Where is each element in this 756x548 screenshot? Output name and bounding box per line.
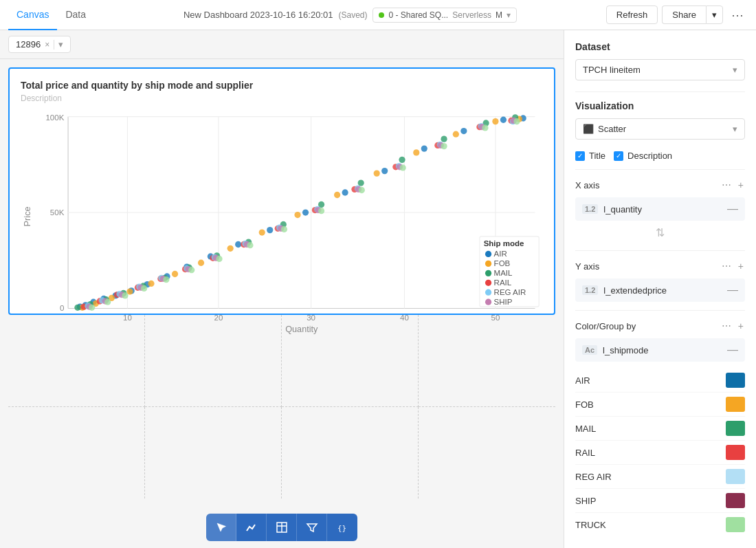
scatter-icon: ⬛ [583,124,594,134]
select-tool-button[interactable] [206,514,236,541]
description-label: Description [627,151,672,161]
title-desc-row: Title Description [575,151,745,161]
visualization-value: Scatter [598,124,733,134]
cluster-size: M [496,10,502,20]
svg-point-123 [281,226,287,232]
description-checkbox[interactable] [614,151,623,161]
svg-point-44 [198,260,204,266]
svg-point-52 [492,118,498,124]
cluster-status-dot [379,12,384,18]
svg-point-125 [359,187,365,193]
svg-point-129 [513,118,520,124]
dataset-select[interactable]: TPCH lineitem ▾ [575,59,745,80]
svg-text:20: 20 [214,314,223,322]
saved-badge: (Saved) [338,10,367,20]
cursor-icon [215,521,227,534]
cluster-expand-icon[interactable]: ▾ [507,10,511,20]
svg-text:0: 0 [60,304,64,312]
dataset-value: TPCH lineitem [583,65,641,75]
svg-point-118 [141,285,147,292]
share-dropdown-button[interactable]: ▾ [706,6,723,24]
y-axis-more-button[interactable]: ⋯ [720,259,733,273]
svg-point-115 [89,305,95,311]
grid-cell [282,407,419,499]
y-axis-section: Y axis ⋯ + 1.2 l_extendedprice — [575,259,745,302]
x-axis-more-button[interactable]: ⋯ [720,178,733,192]
svg-text:40: 40 [400,314,409,322]
app-header: Canvas Data New Dashboard 2023-10-16 16:… [0,0,756,30]
dataset-expand-icon: ▾ [733,65,737,75]
filter-clear-icon[interactable]: × [45,40,49,50]
tab-data[interactable]: Data [57,0,94,30]
svg-point-126 [400,164,406,171]
grid-cell [8,407,145,499]
y-axis-field[interactable]: 1.2 l_extendedprice — [575,278,745,302]
bottom-toolbar: {} [0,507,564,548]
chart-card[interactable]: Total price and quantity by ship mode an… [8,67,555,315]
color-field-remove-icon[interactable]: — [727,344,738,356]
visualization-select[interactable]: ⬛ Scatter ▾ [575,118,745,140]
color-add-button[interactable]: + [737,319,745,333]
svg-point-42 [148,281,154,287]
color-swatch-ship[interactable] [726,493,745,508]
color-label-rail: RAIL [575,448,595,458]
color-field[interactable]: Ac l_shipmode — [575,338,745,362]
y-field-remove-icon[interactable]: — [727,284,738,296]
refresh-button[interactable]: Refresh [606,6,658,24]
chart-icon [245,521,258,534]
y-axis-actions: ⋯ + [720,259,745,273]
title-checkbox[interactable] [575,151,585,161]
color-field-name: l_shipmode [603,345,722,355]
x-field-remove-icon[interactable]: — [727,203,738,215]
filter-expand-icon[interactable]: ▾ [58,39,63,50]
tab-canvas[interactable]: Canvas [8,0,57,30]
more-options-button[interactable]: ⋯ [727,5,748,25]
description-checkbox-item[interactable]: Description [614,151,672,161]
svg-point-29 [235,241,241,248]
color-swatch-rail[interactable] [726,445,745,460]
chart-tool-button[interactable] [236,514,267,541]
x-drag-handle[interactable]: ⇅ [575,223,745,242]
svg-point-43 [172,271,178,277]
x-axis-header: X axis ⋯ + [575,178,745,192]
color-swatch-truck[interactable] [726,517,745,532]
dataset-section: Dataset TPCH lineitem ▾ [575,41,745,80]
svg-point-31 [302,209,309,215]
filter-tag[interactable]: 12896 × ▾ [8,36,71,53]
color-field-type: Ac [582,345,597,355]
svg-text:10: 10 [123,314,132,322]
svg-point-49 [374,170,380,176]
svg-point-140 [485,289,491,296]
svg-point-47 [294,212,300,218]
svg-point-128 [482,124,488,131]
svg-point-51 [453,131,459,138]
cluster-info[interactable]: 0 - Shared SQ... Serverless M ▾ [373,8,516,23]
share-button[interactable]: Share [662,6,706,24]
cluster-name: 0 - Shared SQ... [388,10,448,20]
code-tool-button[interactable]: {} [327,514,357,541]
svg-text:RAIL: RAIL [494,278,512,287]
svg-point-34 [421,145,427,151]
table-icon [276,521,288,534]
x-axis-field[interactable]: 1.2 l_quantity — [575,197,745,221]
svg-point-119 [163,276,169,283]
color-swatch-reg-air[interactable] [726,469,745,484]
svg-text:AIR: AIR [494,250,507,258]
svg-point-124 [318,208,324,214]
filter-tool-button[interactable] [297,514,327,541]
table-tool-button[interactable] [267,514,297,541]
color-swatch-fob[interactable] [726,397,745,412]
title-checkbox-item[interactable]: Title [575,151,605,161]
color-swatch-mail[interactable] [726,421,745,436]
color-more-button[interactable]: ⋯ [720,319,733,333]
x-axis-add-button[interactable]: + [737,178,745,192]
title-label: Title [589,151,605,161]
svg-point-48 [334,192,340,198]
svg-text:50K: 50K [50,208,65,216]
y-axis-add-button[interactable]: + [737,259,745,273]
svg-point-122 [247,242,253,248]
svg-point-32 [342,189,348,195]
color-swatch-air[interactable] [726,373,745,388]
scatter-chart: 100K 50K 0 Price 10 20 30 40 50 Quantity [21,109,543,340]
filter-icon [306,521,318,534]
